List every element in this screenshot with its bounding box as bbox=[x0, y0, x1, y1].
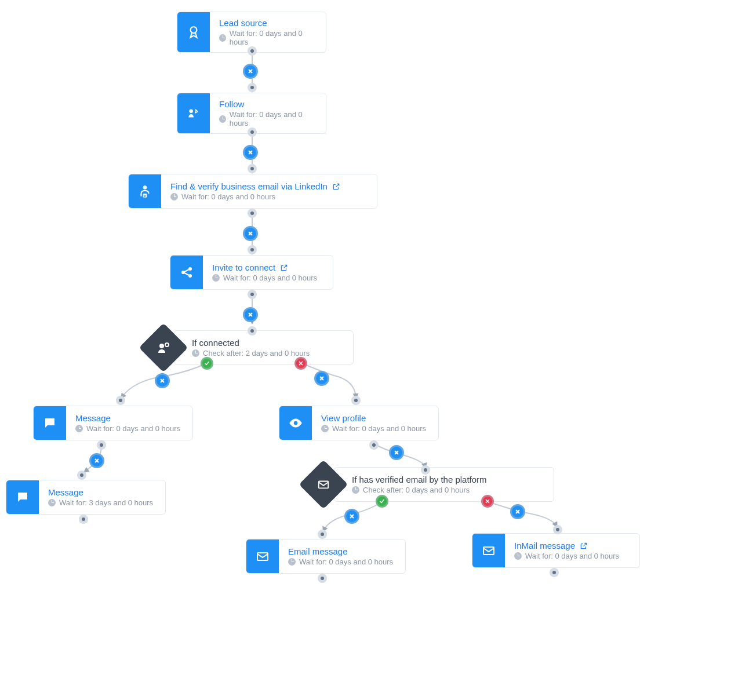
node-wait: Check after: 0 days and 0 hours bbox=[363, 486, 470, 494]
clock-icon bbox=[288, 558, 296, 566]
node-body: InMail message Wait for: 0 days and 0 ho… bbox=[505, 534, 639, 567]
clock-icon bbox=[192, 349, 199, 357]
eye-icon bbox=[279, 406, 312, 440]
connector-dot[interactable] bbox=[553, 525, 562, 534]
node-body: If has verified email by the platform Ch… bbox=[334, 467, 554, 502]
connector-dot[interactable] bbox=[318, 530, 327, 539]
external-link-icon[interactable] bbox=[332, 183, 340, 191]
node-message-2[interactable]: Message Wait for: 3 days and 0 hours bbox=[6, 480, 166, 515]
yes-badge[interactable] bbox=[376, 495, 388, 508]
connector-dot[interactable] bbox=[351, 396, 361, 405]
delete-badge[interactable] bbox=[155, 373, 170, 388]
delete-badge[interactable] bbox=[243, 226, 258, 241]
svg-point-1 bbox=[189, 109, 193, 113]
svg-point-5 bbox=[182, 271, 184, 274]
follow-icon bbox=[177, 93, 210, 133]
clock-icon bbox=[514, 552, 522, 560]
node-title: Lead source bbox=[219, 18, 267, 28]
share-icon bbox=[170, 256, 203, 289]
yes-badge[interactable] bbox=[201, 357, 213, 370]
delete-badge[interactable] bbox=[243, 64, 258, 79]
delete-badge[interactable] bbox=[89, 453, 104, 468]
node-if-connected[interactable]: If connected Check after: 2 days and 0 h… bbox=[151, 330, 354, 365]
node-wait: Wait for: 0 days and 0 hours bbox=[223, 274, 317, 282]
delete-badge[interactable] bbox=[243, 307, 258, 322]
mail-icon bbox=[246, 539, 279, 573]
node-find-email[interactable]: in Find & verify business email via Link… bbox=[128, 174, 377, 209]
node-title: Email message bbox=[288, 546, 348, 556]
connector-dot[interactable] bbox=[248, 83, 257, 92]
node-title: Message bbox=[48, 487, 83, 497]
node-wait: Wait for: 0 days and 0 hours bbox=[299, 557, 393, 566]
svg-rect-13 bbox=[483, 547, 494, 555]
node-body: View profile Wait for: 0 days and 0 hour… bbox=[312, 406, 438, 440]
node-title: Message bbox=[75, 413, 111, 423]
clock-icon bbox=[352, 486, 359, 494]
node-body: Message Wait for: 0 days and 0 hours bbox=[66, 406, 192, 440]
node-invite-connect[interactable]: Invite to connect Wait for: 0 days and 0… bbox=[170, 255, 333, 290]
message-icon bbox=[34, 406, 66, 440]
connector-dot[interactable] bbox=[97, 440, 106, 450]
award-icon bbox=[177, 12, 210, 52]
node-wait: Wait for: 0 days and 0 hours bbox=[332, 424, 426, 433]
connector-dot[interactable] bbox=[421, 465, 430, 475]
node-email-message[interactable]: Email message Wait for: 0 days and 0 hou… bbox=[246, 539, 406, 574]
no-badge[interactable] bbox=[294, 357, 307, 370]
node-wait: Wait for: 3 days and 0 hours bbox=[59, 498, 153, 507]
node-message-1[interactable]: Message Wait for: 0 days and 0 hours bbox=[33, 406, 193, 440]
node-wait: Check after: 2 days and 0 hours bbox=[203, 349, 310, 358]
connector-dot[interactable] bbox=[248, 209, 257, 218]
connector-dot[interactable] bbox=[550, 568, 559, 577]
connector-dot[interactable] bbox=[248, 290, 257, 299]
connector-dot[interactable] bbox=[248, 245, 257, 254]
node-body: Invite to connect Wait for: 0 days and 0… bbox=[203, 256, 333, 289]
node-wait: Wait for: 0 days and 0 hours bbox=[525, 552, 619, 560]
connector-dot[interactable] bbox=[248, 127, 257, 137]
node-title: View profile bbox=[321, 413, 366, 423]
svg-point-8 bbox=[159, 344, 164, 348]
node-title: Invite to connect bbox=[212, 262, 275, 272]
delete-badge[interactable] bbox=[344, 509, 359, 524]
clock-icon bbox=[48, 499, 56, 506]
connector-dot[interactable] bbox=[116, 396, 125, 405]
external-link-icon[interactable] bbox=[280, 264, 288, 272]
svg-point-0 bbox=[191, 27, 197, 33]
svg-point-10 bbox=[294, 421, 298, 425]
connector-dot[interactable] bbox=[79, 515, 88, 524]
clock-icon bbox=[75, 425, 83, 432]
node-view-profile[interactable]: View profile Wait for: 0 days and 0 hour… bbox=[279, 406, 439, 440]
svg-point-6 bbox=[189, 268, 191, 270]
svg-text:in: in bbox=[144, 194, 147, 198]
node-if-verified-email[interactable]: If has verified email by the platform Ch… bbox=[311, 467, 554, 502]
connector-dot[interactable] bbox=[318, 574, 327, 583]
delete-badge[interactable] bbox=[389, 445, 404, 460]
node-title: Follow bbox=[219, 99, 244, 109]
no-badge[interactable] bbox=[481, 495, 494, 508]
node-wait: Wait for: 0 days and 0 hours bbox=[86, 424, 180, 433]
node-body: Follow Wait for: 0 days and 0 hours bbox=[210, 93, 326, 133]
node-wait: Wait for: 0 days and 0 hours bbox=[181, 192, 275, 201]
external-link-icon[interactable] bbox=[580, 542, 588, 550]
mail-icon bbox=[472, 534, 505, 567]
node-inmail-message[interactable]: InMail message Wait for: 0 days and 0 ho… bbox=[472, 533, 640, 568]
svg-point-2 bbox=[143, 185, 147, 189]
delete-badge[interactable] bbox=[314, 371, 329, 386]
node-body: Lead source Wait for: 0 days and 0 hours bbox=[210, 12, 326, 52]
delete-badge[interactable] bbox=[243, 145, 258, 160]
delete-badge[interactable] bbox=[510, 504, 525, 519]
connector-dot[interactable] bbox=[248, 46, 257, 56]
clock-icon bbox=[219, 34, 226, 42]
connector-dot[interactable] bbox=[369, 440, 379, 450]
connector-dot[interactable] bbox=[248, 326, 257, 336]
connector-dot[interactable] bbox=[77, 471, 86, 480]
node-body: Find & verify business email via LinkedI… bbox=[161, 174, 377, 208]
linkedin-search-icon: in bbox=[129, 174, 161, 208]
svg-point-7 bbox=[189, 275, 191, 277]
node-body: Message Wait for: 3 days and 0 hours bbox=[39, 480, 165, 514]
node-title: If connected bbox=[192, 338, 239, 348]
connector-dot[interactable] bbox=[248, 164, 257, 173]
svg-rect-12 bbox=[257, 553, 268, 560]
clock-icon bbox=[170, 193, 178, 200]
clock-icon bbox=[219, 115, 226, 123]
node-title: InMail message bbox=[514, 541, 575, 550]
